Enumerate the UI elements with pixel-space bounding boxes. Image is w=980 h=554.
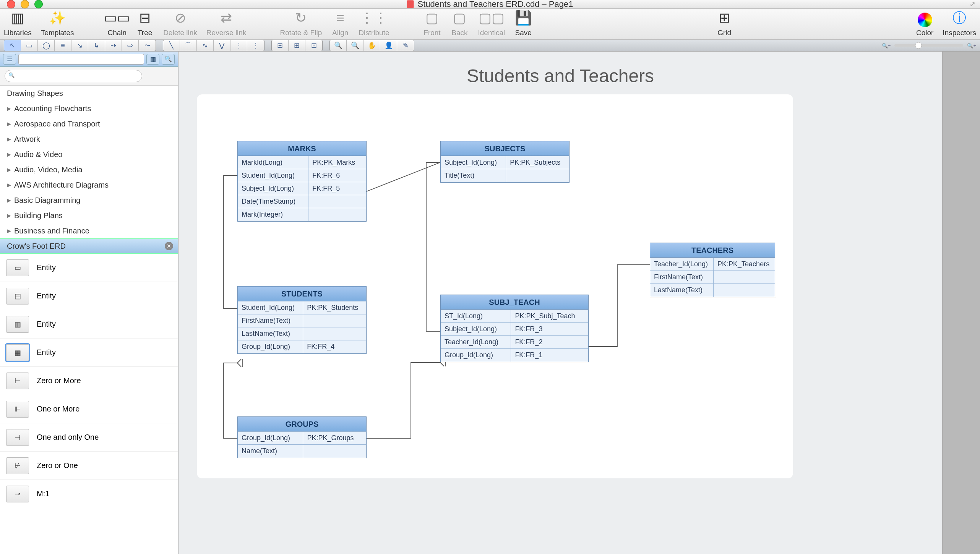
grid-button[interactable]: ⊞Grid xyxy=(715,9,733,37)
connector-tool-1[interactable]: ↘ xyxy=(71,40,88,51)
align-tool-3[interactable]: ⊡ xyxy=(305,40,322,51)
zoom-tool[interactable]: 🔍 xyxy=(330,40,347,51)
window-controls xyxy=(0,0,43,8)
user-tool[interactable]: 👤 xyxy=(380,40,397,51)
connector-tool-3[interactable]: ⇢ xyxy=(105,40,122,51)
selected-category[interactable]: Crow's Foot ERD ✕ xyxy=(0,238,178,254)
curve-tool[interactable]: ∿ xyxy=(197,40,214,51)
pointer-tool[interactable]: ↖ xyxy=(4,40,21,51)
field-name: LastName(Text) xyxy=(650,284,714,297)
point-tool-1[interactable]: ⋮ xyxy=(230,40,247,51)
field-name: Group_Id(Long) xyxy=(441,349,511,362)
text-tool[interactable]: ≡ xyxy=(55,40,71,51)
rotate-flip-button[interactable]: ↻Rotate & Flip xyxy=(280,9,322,37)
shape-thumb-icon: ⊸ xyxy=(6,486,29,502)
entity-students[interactable]: STUDENTSStudent_Id(Long)PK:PK_StudentsFi… xyxy=(237,286,367,354)
tree-button[interactable]: ⊟Tree xyxy=(136,9,154,37)
palette-item[interactable]: ▦Entity xyxy=(0,339,178,367)
category-item[interactable]: ▶Aerospace and Transport xyxy=(0,116,178,131)
search-icon: 🔍 xyxy=(8,72,15,78)
libraries-button[interactable]: ▥Libraries xyxy=(4,9,32,37)
page-title: Students and Teachers xyxy=(467,65,654,86)
zoom-in-icon[interactable]: 🔍+ xyxy=(967,43,976,49)
field-key: FK:FR_2 xyxy=(511,336,588,349)
hand-tool[interactable]: ✋ xyxy=(363,40,380,51)
search-input[interactable] xyxy=(5,70,142,82)
search-icon[interactable]: 🔍 xyxy=(162,54,175,65)
distribute-button[interactable]: ⋮⋮Distribute xyxy=(359,9,389,37)
entity-header: TEACHERS xyxy=(650,243,775,258)
align-button[interactable]: ≡Align xyxy=(331,9,349,37)
connector-tool-2[interactable]: ↳ xyxy=(88,40,105,51)
category-item[interactable]: ▶Artwork xyxy=(0,131,178,147)
ellipse-tool[interactable]: ◯ xyxy=(38,40,55,51)
category-item[interactable]: ▶Basic Diagramming xyxy=(0,193,178,208)
field-key xyxy=(303,327,366,340)
paper: MARKSMarkId(Long)PK:PK_MarksStudent_Id(L… xyxy=(197,94,793,478)
line-tool[interactable]: ╲ xyxy=(163,40,180,51)
category-item[interactable]: Drawing Shapes xyxy=(0,86,178,101)
entity-marks[interactable]: MARKSMarkId(Long)PK:PK_MarksStudent_Id(L… xyxy=(237,141,367,222)
inspectors-button[interactable]: ⓘInspectors xyxy=(943,9,976,37)
field-key: PK:PK_Subjects xyxy=(506,156,569,169)
page[interactable]: Students and Teachers MARKSMarkId(Long)P… xyxy=(178,52,943,554)
field-key xyxy=(308,195,366,208)
rect-tool[interactable]: ▭ xyxy=(21,40,38,51)
palette-item[interactable]: ⊩One or More xyxy=(0,395,178,423)
zoom-slider[interactable] xyxy=(894,44,963,47)
sidebar: ☰ ▦ 🔍 🔍 Drawing Shapes▶Accounting Flowch… xyxy=(0,52,178,554)
identical-button[interactable]: ▢▢Identical xyxy=(478,9,505,37)
category-item[interactable]: ▶AWS Architecture Diagrams xyxy=(0,177,178,193)
polyline-tool[interactable]: ⋁ xyxy=(214,40,230,51)
field-key: FK:FR_1 xyxy=(511,349,588,362)
fullscreen-icon[interactable]: ⤢ xyxy=(970,0,980,8)
entity-subjects[interactable]: SUBJECTSSubject_Id(Long)PK:PK_SubjectsTi… xyxy=(440,141,570,183)
chain-button[interactable]: ▭▭Chain xyxy=(107,9,127,37)
templates-button[interactable]: ✨Templates xyxy=(41,9,74,37)
entity-groups[interactable]: GROUPSGroup_Id(Long)PK:PK_GroupsName(Tex… xyxy=(237,416,367,458)
palette-item[interactable]: ▥Entity xyxy=(0,310,178,339)
close-icon[interactable]: ✕ xyxy=(165,242,173,250)
entity-subj_teach[interactable]: SUBJ_TEACHST_Id(Long)PK:PK_Subj_TeachSub… xyxy=(440,295,589,362)
category-item[interactable]: ▶Audio, Video, Media xyxy=(0,162,178,177)
zoom-icon[interactable] xyxy=(34,0,43,8)
field-key: FK:FR_5 xyxy=(308,182,366,195)
canvas-scroll[interactable]: Students and Teachers MARKSMarkId(Long)P… xyxy=(178,52,980,554)
wand-tool[interactable]: ✎ xyxy=(397,40,414,51)
entity-teachers[interactable]: TEACHERSTeacher_Id(Long)PK:PK_TeachersFi… xyxy=(650,243,775,297)
main-toolbar: ▥Libraries ✨Templates ▭▭Chain ⊟Tree ⊘Del… xyxy=(0,9,980,40)
field-key xyxy=(714,284,775,297)
field-key: PK:PK_Teachers xyxy=(714,258,775,271)
library-view-icon[interactable]: ☰ xyxy=(3,54,16,65)
library-filter-input[interactable] xyxy=(18,54,144,65)
save-button[interactable]: 💾Save xyxy=(514,9,532,37)
close-icon[interactable] xyxy=(7,0,15,8)
align-tool-1[interactable]: ⊟ xyxy=(272,40,289,51)
color-button[interactable]: Color xyxy=(916,13,933,37)
category-item[interactable]: ▶Building Plans xyxy=(0,208,178,223)
connector-tool-5[interactable]: ⤳ xyxy=(139,40,156,51)
delete-link-button[interactable]: ⊘Delete link xyxy=(163,9,197,37)
connector-tool-4[interactable]: ⇨ xyxy=(122,40,139,51)
palette-item[interactable]: ⊬Zero or One xyxy=(0,452,178,480)
zoom-out-tool[interactable]: 🔍 xyxy=(347,40,363,51)
minimize-icon[interactable] xyxy=(21,0,29,8)
align-tool-2[interactable]: ⊞ xyxy=(289,40,305,51)
zoom-out-icon[interactable]: 🔍− xyxy=(882,43,891,49)
category-item[interactable]: ▶Business and Finance xyxy=(0,223,178,238)
arc-tool[interactable]: ⌒ xyxy=(180,40,197,51)
point-tool-2[interactable]: ⋮ xyxy=(247,40,264,51)
category-item[interactable]: ▶Accounting Flowcharts xyxy=(0,101,178,116)
category-item[interactable]: ▶Audio & Video xyxy=(0,147,178,162)
palette-item[interactable]: ▭Entity xyxy=(0,254,178,282)
palette-item[interactable]: ⊣One and only One xyxy=(0,423,178,452)
front-button[interactable]: ▢Front xyxy=(423,9,441,37)
back-button[interactable]: ▢Back xyxy=(450,9,469,37)
palette-item[interactable]: ⊢Zero or More xyxy=(0,367,178,395)
shape-thumb-icon: ▥ xyxy=(6,316,29,333)
palette-item[interactable]: ⊸M:1 xyxy=(0,480,178,508)
reverse-link-button[interactable]: ⇄Reverse link xyxy=(206,9,247,37)
palette-item[interactable]: ▤Entity xyxy=(0,282,178,310)
grid-view-icon[interactable]: ▦ xyxy=(146,54,159,65)
entity-header: MARKS xyxy=(238,141,366,156)
